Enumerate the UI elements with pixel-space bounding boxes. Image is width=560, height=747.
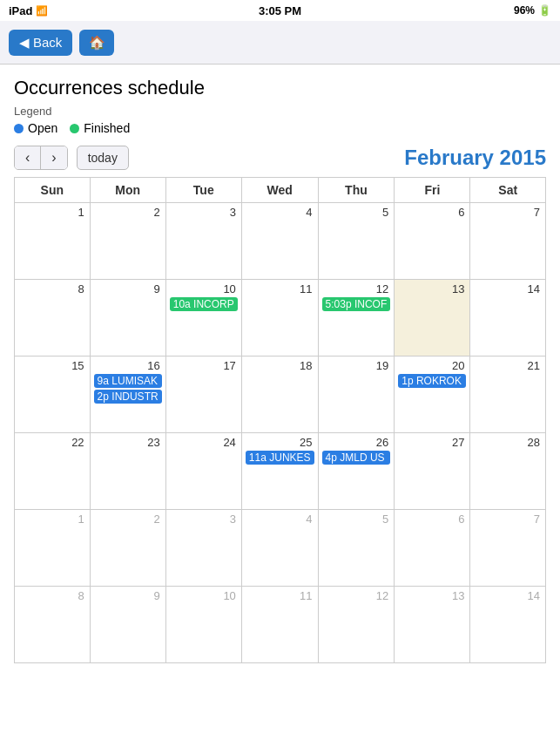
calendar-cell[interactable]: 17 — [165, 357, 241, 433]
calendar-cell[interactable]: 22 — [15, 433, 91, 510]
calendar-cell[interactable]: 2 — [90, 203, 165, 280]
day-number: 27 — [398, 436, 466, 451]
day-number: 26 — [322, 436, 391, 451]
day-number: 19 — [322, 359, 391, 374]
calendar-event[interactable]: 1p ROKROK — [398, 374, 466, 388]
calendar-event[interactable]: 5:03p INCOF — [322, 297, 391, 311]
calendar-cell[interactable]: 4 — [241, 510, 318, 587]
day-number: 10 — [170, 282, 238, 297]
calendar-cell[interactable]: 201p ROKROK — [395, 357, 470, 433]
calendar-header-thu: Thu — [318, 178, 395, 203]
home-button[interactable]: 🏠 — [79, 30, 114, 56]
calendar-cell[interactable]: 6 — [395, 203, 470, 280]
back-button[interactable]: ◀ Back — [9, 30, 72, 56]
calendar-cell[interactable]: 9 — [90, 587, 165, 663]
calendar-cell[interactable]: 28 — [470, 433, 546, 510]
calendar-cell[interactable]: 24 — [165, 433, 241, 510]
day-number: 16 — [94, 359, 162, 374]
calendar-cell[interactable]: 12 — [318, 587, 395, 663]
day-number: 18 — [246, 359, 314, 374]
calendar-event[interactable]: 9a LUMISAK — [94, 374, 162, 388]
calendar-cell[interactable]: 5 — [318, 510, 395, 587]
day-number: 14 — [474, 282, 542, 297]
day-number: 1 — [18, 206, 86, 221]
day-number: 9 — [94, 589, 162, 604]
calendar-cell[interactable]: 264p JMLD US — [318, 433, 395, 510]
nav-arrows: ‹ › — [14, 146, 68, 170]
prev-month-button[interactable]: ‹ — [15, 146, 41, 169]
day-number: 5 — [322, 206, 391, 221]
battery-label: 96% — [514, 4, 535, 17]
day-number: 13 — [398, 589, 466, 604]
calendar-cell[interactable]: 3 — [165, 203, 241, 280]
calendar-cell[interactable]: 19 — [318, 357, 395, 433]
calendar-cell[interactable]: 169a LUMISAK2p INDUSTR — [90, 357, 165, 433]
next-month-button[interactable]: › — [41, 146, 66, 169]
calendar-cell[interactable]: 1010a INCORP — [165, 280, 241, 357]
day-number: 25 — [246, 436, 314, 451]
calendar-cell[interactable]: 125:03p INCOF — [318, 280, 395, 357]
calendar-cell[interactable]: 15 — [15, 357, 91, 433]
day-number: 11 — [246, 282, 314, 297]
home-icon: 🏠 — [89, 35, 105, 51]
page-title: Occurrences schedule — [14, 77, 546, 99]
calendar-cell[interactable]: 23 — [90, 433, 165, 510]
legend-label: Legend — [14, 105, 546, 118]
calendar-cell[interactable]: 1 — [15, 510, 91, 587]
calendar-cell[interactable]: 18 — [241, 357, 318, 433]
status-left: iPad 📶 — [9, 4, 48, 17]
calendar-cell[interactable]: 11 — [241, 587, 318, 663]
calendar-cell[interactable]: 4 — [241, 203, 318, 280]
calendar-cell[interactable]: 10 — [165, 587, 241, 663]
open-dot-icon — [14, 124, 24, 133]
day-number: 28 — [474, 436, 542, 451]
calendar-cell[interactable]: 2511a JUNKES — [241, 433, 318, 510]
calendar-event[interactable]: 10a INCORP — [170, 297, 238, 311]
back-chevron-icon: ◀ — [19, 35, 30, 51]
calendar-event[interactable]: 2p INDUSTR — [94, 390, 162, 404]
calendar-cell[interactable]: 5 — [318, 203, 395, 280]
calendar-header-wed: Wed — [241, 178, 318, 203]
calendar-cell[interactable]: 27 — [395, 433, 470, 510]
calendar-cell[interactable]: 14 — [470, 280, 546, 357]
calendar-cell[interactable]: 11 — [241, 280, 318, 357]
legend-finished: Finished — [70, 121, 130, 135]
calendar-cell[interactable]: 3 — [165, 510, 241, 587]
calendar-cell[interactable]: 7 — [470, 203, 546, 280]
month-title: February 2015 — [404, 146, 546, 170]
today-button[interactable]: today — [77, 146, 129, 170]
legend-open-label: Open — [28, 121, 57, 135]
calendar-cell[interactable]: 21 — [470, 357, 546, 433]
day-number: 13 — [398, 282, 466, 297]
calendar-event[interactable]: 4p JMLD US — [322, 451, 391, 465]
calendar-cell[interactable]: 7 — [470, 510, 546, 587]
legend-open: Open — [14, 121, 57, 135]
status-time: 3:05 PM — [259, 4, 301, 17]
calendar-cell[interactable]: 13 — [395, 280, 470, 357]
calendar-cell[interactable]: 9 — [90, 280, 165, 357]
calendar-cell[interactable]: 2 — [90, 510, 165, 587]
day-number: 21 — [474, 359, 542, 374]
day-number: 2 — [94, 513, 162, 527]
finished-dot-icon — [70, 124, 79, 133]
day-number: 1 — [18, 513, 86, 527]
back-label: Back — [33, 35, 62, 50]
day-number: 22 — [18, 436, 86, 451]
battery-icon: 🔋 — [538, 4, 551, 17]
calendar-cell[interactable]: 14 — [470, 587, 546, 663]
day-number: 24 — [170, 436, 238, 451]
status-right: 96% 🔋 — [514, 4, 551, 17]
content-area: Occurrences schedule Legend Open Finishe… — [0, 65, 560, 663]
calendar-cell[interactable]: 8 — [15, 280, 91, 357]
day-number: 23 — [94, 436, 162, 451]
day-number: 20 — [398, 359, 466, 374]
calendar-cell[interactable]: 13 — [395, 587, 470, 663]
calendar-cell[interactable]: 8 — [15, 587, 91, 663]
day-number: 12 — [322, 282, 391, 297]
calendar-cell[interactable]: 6 — [395, 510, 470, 587]
ipad-label: iPad — [9, 4, 32, 17]
calendar-cell[interactable]: 1 — [15, 203, 91, 280]
day-number: 2 — [94, 206, 162, 221]
legend-finished-label: Finished — [84, 121, 130, 135]
calendar-event[interactable]: 11a JUNKES — [246, 451, 314, 465]
